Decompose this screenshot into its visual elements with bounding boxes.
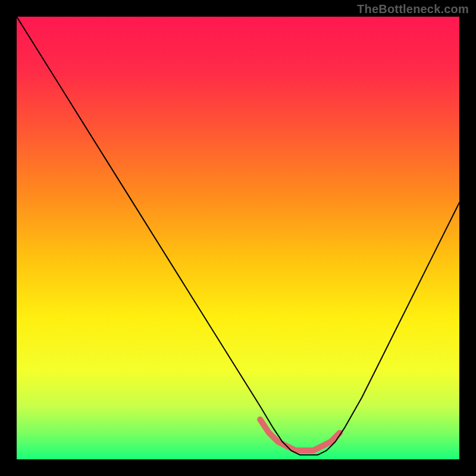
bottleneck-curve [17, 17, 459, 455]
chart-frame: TheBottleneck.com [0, 0, 476, 476]
highlight-segment [260, 419, 340, 450]
watermark-text: TheBottleneck.com [357, 2, 469, 16]
plot-area [17, 17, 459, 459]
chart-svg [17, 17, 459, 459]
